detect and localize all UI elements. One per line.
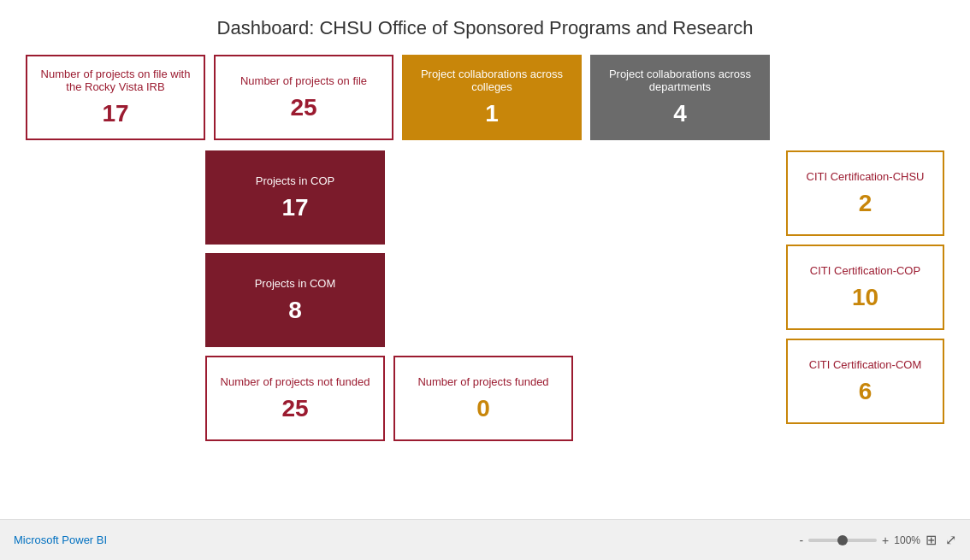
card-funded-value: 0 xyxy=(476,395,490,422)
card-collab-departments-value: 4 xyxy=(673,100,687,127)
expand-icon[interactable]: ⊞ xyxy=(926,532,937,548)
card-projects-on-file-label: Number of projects on file xyxy=(240,74,367,87)
card-citi-cop[interactable]: CITI Certification-COP 10 xyxy=(786,245,944,330)
main-content: Dashboard: CHSU Office of Sponsored Prog… xyxy=(0,0,970,519)
card-rocky-vista[interactable]: Number of projects on file with the Rock… xyxy=(26,55,205,140)
card-citi-cop-label: CITI Certification-COP xyxy=(810,264,920,277)
bottom-pair: Number of projects not funded 25 Number … xyxy=(205,356,573,441)
card-collab-colleges-value: 1 xyxy=(485,100,499,127)
card-citi-cop-value: 10 xyxy=(852,284,878,311)
card-collab-colleges-label: Project collaborations across colleges xyxy=(416,68,568,93)
zoom-plus[interactable]: + xyxy=(882,533,889,547)
card-collab-departments[interactable]: Project collaborations across department… xyxy=(590,55,770,140)
card-projects-com-label: Projects in COM xyxy=(255,277,336,290)
footer: Microsoft Power BI - + 100% ⊞ ⤢ xyxy=(0,519,970,560)
footer-icons: ⊞ ⤢ xyxy=(926,532,956,548)
lower-section: Projects in COP 17 Projects in COM 8 Num… xyxy=(26,150,944,441)
card-projects-on-file-value: 25 xyxy=(290,94,316,121)
left-stack: Projects in COP 17 Projects in COM 8 Num… xyxy=(205,150,573,441)
card-not-funded[interactable]: Number of projects not funded 25 xyxy=(205,356,385,441)
page-title: Dashboard: CHSU Office of Sponsored Prog… xyxy=(26,17,944,39)
card-not-funded-label: Number of projects not funded xyxy=(221,375,370,388)
zoom-thumb xyxy=(837,535,848,545)
card-citi-com-value: 6 xyxy=(859,378,872,405)
card-collab-colleges[interactable]: Project collaborations across colleges 1 xyxy=(402,55,582,140)
card-citi-chsu-value: 2 xyxy=(859,190,872,217)
card-citi-chsu-label: CITI Certification-CHSU xyxy=(807,170,925,183)
zoom-minus[interactable]: - xyxy=(799,533,803,547)
zoom-level: 100% xyxy=(894,534,920,546)
card-citi-com-label: CITI Certification-COM xyxy=(809,358,921,371)
top-row: Number of projects on file with the Rock… xyxy=(26,55,944,140)
right-stack: CITI Certification-CHSU 2 CITI Certifica… xyxy=(786,150,944,424)
powerbi-link[interactable]: Microsoft Power BI xyxy=(14,533,107,546)
card-not-funded-value: 25 xyxy=(281,395,308,422)
fullscreen-icon[interactable]: ⤢ xyxy=(945,532,956,548)
card-projects-cop-label: Projects in COP xyxy=(256,174,334,187)
card-funded-label: Number of projects funded xyxy=(417,375,548,388)
card-collab-departments-label: Project collaborations across department… xyxy=(604,68,756,93)
card-projects-on-file[interactable]: Number of projects on file 25 xyxy=(214,55,393,140)
card-rocky-vista-value: 17 xyxy=(102,100,128,127)
card-citi-com[interactable]: CITI Certification-COM 6 xyxy=(786,339,944,424)
card-projects-cop-value: 17 xyxy=(281,194,308,221)
zoom-controls: - + 100% ⊞ ⤢ xyxy=(799,532,956,548)
zoom-slider[interactable] xyxy=(808,539,877,542)
card-rocky-vista-label: Number of projects on file with the Rock… xyxy=(39,68,192,93)
card-funded[interactable]: Number of projects funded 0 xyxy=(393,356,573,441)
card-projects-com[interactable]: Projects in COM 8 xyxy=(205,253,385,347)
card-projects-com-value: 8 xyxy=(288,297,302,324)
card-projects-cop[interactable]: Projects in COP 17 xyxy=(205,150,385,245)
card-citi-chsu[interactable]: CITI Certification-CHSU 2 xyxy=(786,150,944,236)
